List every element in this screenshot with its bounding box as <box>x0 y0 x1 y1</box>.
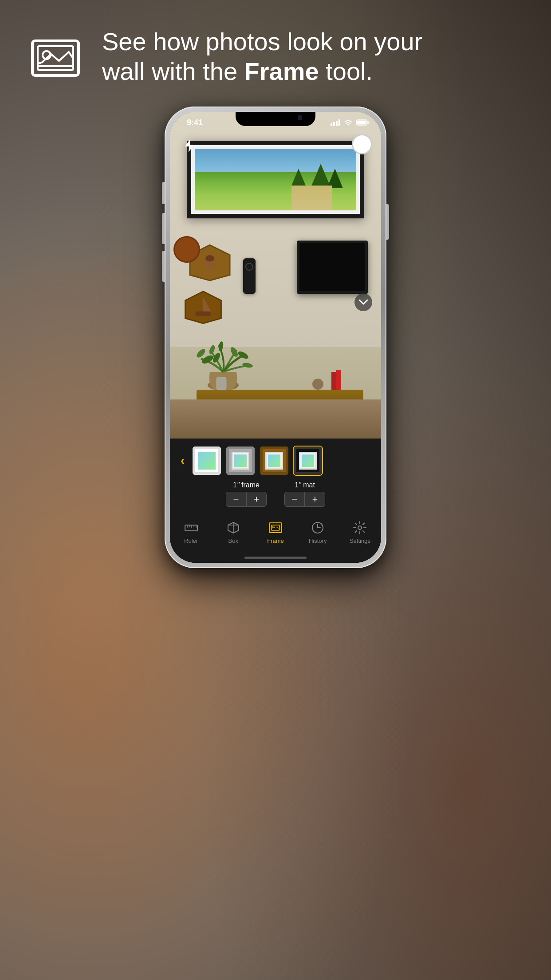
svg-rect-6 <box>338 119 340 126</box>
room-scene <box>170 112 381 439</box>
silent-switch <box>162 182 165 204</box>
ruler-icon <box>183 520 199 536</box>
svg-point-24 <box>242 362 253 368</box>
frame-tab-label: Frame <box>267 537 284 544</box>
svg-point-21 <box>218 341 224 351</box>
wall-decoration-clock <box>173 236 200 263</box>
header-line1: See how photos look on your <box>102 28 422 55</box>
frame-size-value: 1 <box>233 481 237 489</box>
phone-outer: 9:41 <box>165 107 386 568</box>
front-camera <box>298 115 302 120</box>
frame-thumb-2[interactable] <box>225 446 256 476</box>
tab-bar: Ruler Box <box>170 515 381 563</box>
mat-control-group: 1" mat − + <box>284 481 325 507</box>
battery-icon <box>356 119 369 126</box>
history-label: History <box>309 537 327 544</box>
plant-group <box>192 336 254 394</box>
shutter-button[interactable] <box>352 134 372 154</box>
framed-photo-on-wall <box>187 141 364 218</box>
signal-icon <box>331 119 340 126</box>
tab-ruler[interactable]: Ruler <box>170 520 212 544</box>
frame-stepper: − + <box>226 492 267 507</box>
box-label: Box <box>228 537 238 544</box>
frame-outer <box>187 141 364 218</box>
mat-label: mat <box>303 481 315 489</box>
power-button <box>386 204 389 240</box>
phone-mockup: 9:41 <box>165 107 386 568</box>
header-text: See how photos look on your wall with th… <box>102 27 422 86</box>
svg-rect-14 <box>195 312 211 316</box>
frame-photo-icon <box>29 32 82 81</box>
frame-size-label: 1" frame <box>233 481 260 489</box>
box-icon <box>225 520 241 536</box>
tab-history[interactable]: History <box>297 520 339 544</box>
photo-tree-1 <box>291 169 306 186</box>
frame-control-group: 1" frame − + <box>226 481 267 507</box>
mat-unit: " <box>299 481 301 489</box>
back-arrow[interactable]: ‹ <box>177 452 188 470</box>
frame-mat-inner <box>191 145 360 214</box>
header-bold: Frame <box>244 57 319 85</box>
photo-tree-3 <box>327 169 343 188</box>
header: See how photos look on your wall with th… <box>27 27 524 86</box>
status-icons <box>331 119 369 126</box>
frame-decrease-button[interactable]: − <box>226 492 246 507</box>
flash-button[interactable] <box>181 137 198 154</box>
svg-point-20 <box>209 344 216 355</box>
svg-point-18 <box>195 348 206 359</box>
camera-view <box>170 112 381 439</box>
book-2 <box>331 372 336 390</box>
svg-rect-3 <box>331 123 332 126</box>
tab-box[interactable]: Box <box>212 520 254 544</box>
notch <box>236 112 315 126</box>
header-line2: wall with the <box>102 57 244 85</box>
frame-increase-button[interactable]: + <box>246 492 267 507</box>
bottom-panel: ‹ <box>170 439 381 563</box>
ruler-label: Ruler <box>184 537 198 544</box>
wifi-icon <box>344 119 353 126</box>
svg-point-12 <box>205 255 214 261</box>
settings-label: Settings <box>350 537 370 544</box>
tab-frame[interactable]: Frame <box>254 520 296 544</box>
mat-stepper: − + <box>284 492 325 507</box>
history-icon <box>310 520 326 536</box>
frame-label: frame <box>241 481 260 489</box>
frame-unit: " <box>237 481 240 489</box>
svg-rect-34 <box>269 523 282 533</box>
frame-mat-controls: 1" frame − + 1" mat − + <box>170 479 381 510</box>
floor <box>170 399 381 439</box>
frame-thumb-1[interactable] <box>192 446 222 476</box>
volume-up-button <box>162 213 165 244</box>
svg-rect-26 <box>185 525 197 531</box>
svg-rect-4 <box>333 122 335 126</box>
mat-size-value: 1 <box>295 481 299 489</box>
chevron-down-button[interactable] <box>354 293 372 311</box>
home-indicator <box>244 557 307 559</box>
header-end: tool. <box>319 57 373 85</box>
photo-road <box>291 186 332 210</box>
decor-item <box>312 379 323 390</box>
svg-rect-8 <box>357 121 366 125</box>
phone-screen: 9:41 <box>170 112 381 563</box>
book-1 <box>336 370 341 390</box>
tv-screen <box>299 243 365 291</box>
speaker-circle <box>245 263 253 271</box>
svg-rect-25 <box>216 377 226 390</box>
tab-settings[interactable]: Settings <box>339 520 381 544</box>
tv <box>297 241 368 294</box>
status-time: 9:41 <box>187 118 203 127</box>
svg-point-38 <box>358 526 362 530</box>
mat-size-label: 1" mat <box>295 481 315 489</box>
volume-down-button <box>162 251 165 282</box>
frame-selector-row: ‹ <box>170 439 381 479</box>
svg-rect-9 <box>367 121 369 124</box>
header-icon-wrap <box>27 28 84 85</box>
frame-thumb-3[interactable] <box>259 446 289 476</box>
hex-shelf-2 <box>183 289 223 325</box>
mat-increase-button[interactable]: + <box>305 492 325 507</box>
mat-decrease-button[interactable]: − <box>284 492 305 507</box>
frame-icon <box>268 520 283 536</box>
frame-thumb-4[interactable] <box>293 446 323 476</box>
speaker <box>243 258 256 294</box>
svg-point-22 <box>229 346 239 358</box>
